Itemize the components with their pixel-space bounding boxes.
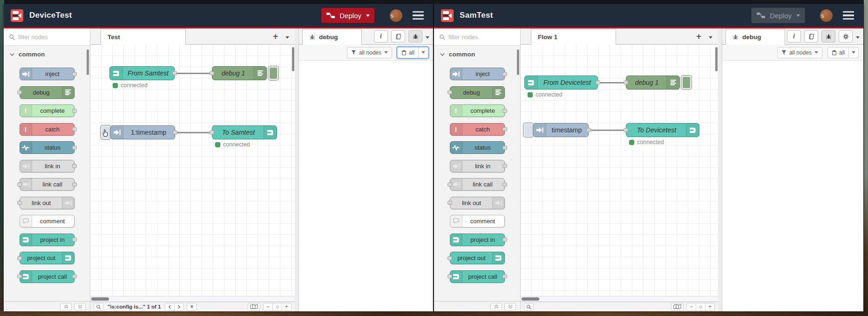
- zoom-reset-button[interactable]: ○: [272, 303, 282, 311]
- canvas-horizontal-scrollbar[interactable]: [90, 296, 295, 302]
- palette-collapse-all-button[interactable]: [60, 303, 72, 310]
- flow-node-port[interactable]: [172, 71, 177, 76]
- debug-toggle-button[interactable]: [681, 75, 692, 90]
- sidebar-menu-caret-icon[interactable]: [426, 33, 429, 40]
- palette-node-port[interactable]: [502, 127, 507, 131]
- palette-node-port[interactable]: [17, 275, 22, 279]
- user-avatar[interactable]: s: [390, 9, 402, 22]
- palette-node-comment[interactable]: comment: [450, 215, 505, 227]
- palette-node-inject[interactable]: inject: [20, 68, 75, 80]
- flow-canvas[interactable]: From Samtestconnecteddebug 11:timestampT…: [90, 45, 295, 296]
- sidebar-splitter[interactable]: [295, 28, 299, 311]
- palette-node-port[interactable]: [17, 256, 22, 260]
- navigator-map-button[interactable]: [248, 303, 260, 311]
- deploy-options-caret-icon[interactable]: [796, 14, 800, 17]
- search-next-button[interactable]: [174, 303, 184, 311]
- flow-list-caret-icon[interactable]: [709, 33, 712, 40]
- canvas-vertical-scrollbar-thumb[interactable]: [292, 47, 294, 71]
- flow-node-timestamp[interactable]: timestamp: [533, 123, 589, 137]
- palette-scrollbar-thumb[interactable]: [87, 49, 89, 75]
- search-previous-button[interactable]: [165, 303, 175, 311]
- zoom-in-button[interactable]: +: [705, 303, 715, 311]
- palette-node-port[interactable]: [448, 90, 452, 95]
- flow-canvas[interactable]: From Devicetestconnecteddebug 1timestamp…: [521, 45, 718, 296]
- palette-node-inject[interactable]: inject: [450, 68, 505, 80]
- debug-clear-button[interactable]: all: [828, 48, 848, 58]
- palette-node-link-call[interactable]: link call: [20, 178, 75, 191]
- palette-node-status[interactable]: status: [450, 141, 505, 154]
- debug-toggle-button[interactable]: [268, 66, 279, 81]
- flow-node-port[interactable]: [210, 71, 214, 76]
- navigator-map-button[interactable]: [671, 303, 684, 311]
- sidebar-menu-caret-icon[interactable]: [856, 33, 860, 40]
- canvas-horizontal-scrollbar-thumb[interactable]: [91, 297, 109, 301]
- palette-expand-all-button[interactable]: [504, 303, 516, 310]
- palette-node-port[interactable]: [72, 127, 77, 131]
- palette-node-comment[interactable]: comment: [20, 215, 75, 227]
- palette-node-port[interactable]: [448, 201, 452, 205]
- palette-node-port[interactable]: [502, 72, 507, 76]
- palette-node-port[interactable]: [448, 256, 452, 260]
- palette-node-complete[interactable]: !complete: [20, 104, 75, 117]
- palette-node-debug[interactable]: debug: [450, 86, 505, 99]
- add-flow-button[interactable]: +: [696, 31, 701, 41]
- flow-node-to-samtest[interactable]: To Samtest: [212, 125, 277, 139]
- palette-node-link-call[interactable]: link call: [450, 178, 505, 191]
- palette-node-link-in[interactable]: link in: [20, 160, 75, 172]
- debug-clear-button[interactable]: all: [398, 48, 418, 58]
- palette-node-port[interactable]: [72, 238, 77, 242]
- debug-panel-button[interactable]: [821, 30, 835, 42]
- debug-panel-button[interactable]: [408, 30, 422, 42]
- palette-node-port[interactable]: [17, 90, 22, 95]
- deploy-button[interactable]: Deploy: [751, 7, 805, 23]
- canvas-search-button[interactable]: [94, 303, 103, 311]
- tab-debug[interactable]: debug: [726, 29, 785, 45]
- flow-node-1-timestamp[interactable]: 1:timestamp: [110, 125, 175, 139]
- flow-node-port[interactable]: [596, 81, 600, 85]
- palette-node-link-in[interactable]: link in: [450, 160, 505, 172]
- flow-node-port[interactable]: [173, 131, 177, 135]
- palette-node-project-in[interactable]: project in: [20, 234, 75, 246]
- palette-node-project-in[interactable]: project in: [450, 234, 505, 246]
- palette-node-project-call[interactable]: project call: [20, 270, 75, 283]
- palette-node-catch[interactable]: !catch: [450, 123, 505, 136]
- flow-node-debug-1[interactable]: debug 1: [626, 76, 680, 89]
- flow-tab[interactable]: Flow 1: [531, 29, 616, 45]
- flow-node-from-samtest[interactable]: From Samtest: [109, 66, 175, 80]
- canvas-vertical-scrollbar-thumb[interactable]: [715, 47, 718, 71]
- flow-node-port[interactable]: [624, 128, 628, 132]
- palette-node-port[interactable]: [502, 164, 507, 168]
- palette-node-link-out[interactable]: link out: [20, 197, 75, 209]
- palette-node-project-call[interactable]: project call: [450, 270, 505, 283]
- debug-filter-button[interactable]: all nodes: [777, 47, 822, 58]
- main-menu-button[interactable]: [843, 11, 854, 20]
- info-button[interactable]: i: [374, 30, 388, 42]
- palette-node-project-out[interactable]: project out: [20, 252, 75, 264]
- user-avatar[interactable]: s: [820, 9, 833, 22]
- search-close-button[interactable]: ×: [187, 303, 197, 311]
- zoom-out-button[interactable]: −: [263, 303, 273, 311]
- flow-node-port[interactable]: [624, 81, 628, 85]
- palette-node-port[interactable]: [72, 72, 77, 76]
- palette-node-port[interactable]: [502, 275, 507, 279]
- deploy-options-caret-icon[interactable]: [366, 14, 370, 17]
- config-nodes-button[interactable]: [839, 30, 853, 42]
- debug-clear-options-button[interactable]: [418, 48, 428, 58]
- canvas-horizontal-scrollbar-thumb[interactable]: [522, 297, 539, 301]
- zoom-in-button[interactable]: +: [282, 303, 292, 311]
- palette-node-link-out[interactable]: link out: [450, 197, 505, 209]
- palette-node-port[interactable]: [17, 201, 22, 205]
- palette-expand-all-button[interactable]: [74, 303, 86, 310]
- help-book-button[interactable]: [804, 30, 818, 42]
- palette-node-port[interactable]: [72, 275, 77, 279]
- palette-node-port[interactable]: [502, 109, 507, 113]
- debug-filter-button[interactable]: all nodes: [347, 47, 392, 58]
- palette-node-debug[interactable]: debug: [20, 86, 75, 99]
- palette-node-port[interactable]: [17, 182, 22, 186]
- flow-node-from-devicetest[interactable]: From Devicetest: [524, 76, 598, 89]
- palette-collapse-all-button[interactable]: [490, 303, 502, 310]
- flow-node-debug-1[interactable]: debug 1: [212, 66, 267, 80]
- main-menu-button[interactable]: [413, 11, 424, 20]
- canvas-search-button[interactable]: [524, 303, 534, 311]
- palette-node-port[interactable]: [502, 238, 507, 242]
